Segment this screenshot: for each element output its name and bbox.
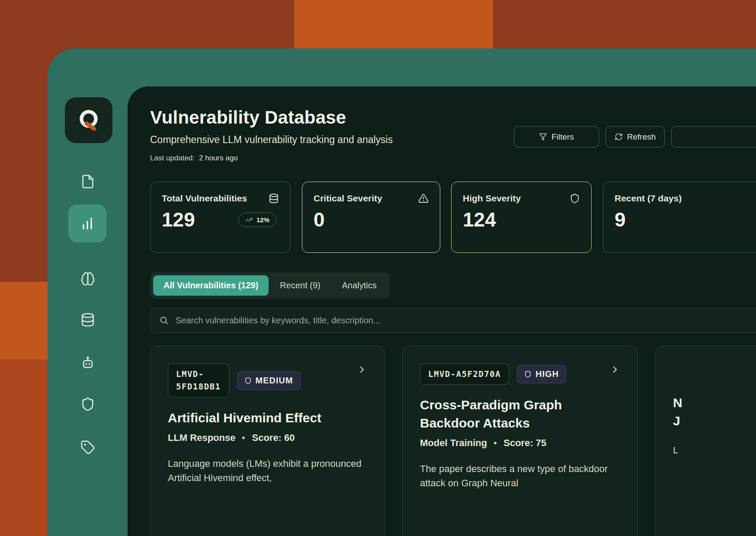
search-bar <box>150 308 756 333</box>
last-updated-label: Last updated: <box>150 154 195 163</box>
stat-card-high: High Severity 124 <box>451 182 592 253</box>
screenshot-root: Vulnerability Database Comprehensive LLM… <box>0 0 756 536</box>
bullet-dot <box>242 437 245 439</box>
sidebar-item-security[interactable] <box>80 397 95 412</box>
stat-value: 9 <box>615 208 626 231</box>
tag-icon <box>80 440 95 455</box>
app-window: Vulnerability Database Comprehensive LLM… <box>48 48 756 536</box>
vulnerability-score: Score: 75 <box>503 437 546 449</box>
bot-icon <box>80 356 95 370</box>
sidebar-item-tags[interactable] <box>80 440 95 455</box>
filters-button[interactable]: Filters <box>514 126 599 147</box>
severity-label: MEDIUM <box>256 376 293 386</box>
warning-icon <box>418 193 429 204</box>
search-input[interactable] <box>175 315 756 326</box>
stat-label: Total Vulnerabilities <box>162 193 247 204</box>
vulnerability-card[interactable]: LMVD- 5FD18DB1 MEDIUM Artificial Hivemin… <box>150 346 385 536</box>
severity-badge: HIGH <box>517 365 566 383</box>
last-updated-value: 2 hours ago <box>199 154 238 163</box>
stat-card-total: Total Vulnerabilities 129 12% <box>150 182 291 253</box>
shield-icon <box>524 370 532 378</box>
file-icon <box>80 174 95 189</box>
background-block <box>0 100 48 282</box>
brain-icon <box>80 271 95 286</box>
stat-card-recent: Recent (7 days) 9 <box>603 182 756 253</box>
stat-value: 129 <box>162 208 195 231</box>
app-logo <box>65 97 112 143</box>
vulnerability-card[interactable]: LMVD-A5F2D70A HIGH Cross-Paradigm Graph … <box>402 346 638 536</box>
bar-chart-icon <box>80 216 95 231</box>
sidebar-item-agents[interactable] <box>80 356 95 370</box>
sidebar-item-models[interactable] <box>80 271 95 286</box>
vulnerability-category: Model Training <box>420 437 487 449</box>
severity-label: HIGH <box>535 369 559 379</box>
vulnerability-card[interactable]: N J L <box>655 346 756 536</box>
vulnerability-meta: Model Training Score: 75 <box>420 437 620 449</box>
stat-label: High Severity <box>463 193 521 204</box>
background-block <box>493 0 756 48</box>
funnel-icon <box>539 133 547 141</box>
stat-value: 124 <box>463 208 496 231</box>
tab-all-vulnerabilities[interactable]: All Vulnerabilities (129) <box>153 275 269 296</box>
page-title: Vulnerability Database <box>150 107 346 128</box>
main-panel: Vulnerability Database Comprehensive LLM… <box>128 86 756 536</box>
vulnerability-id-badge: LMVD- 5FD18DB1 <box>168 364 229 398</box>
background-block <box>294 0 493 48</box>
chevron-right-icon[interactable] <box>610 364 620 375</box>
trend-badge: 12% <box>238 213 276 227</box>
shield-icon <box>244 377 252 384</box>
database-icon <box>80 313 95 327</box>
database-icon <box>269 193 279 204</box>
last-updated: Last updated: 2 hours ago <box>150 154 238 163</box>
vulnerability-description: Language models (LMs) exhibit a pronounc… <box>168 456 367 485</box>
stat-card-critical: Critical Severity 0 <box>302 182 440 253</box>
stat-label: Recent (7 days) <box>615 193 682 204</box>
tab-analytics[interactable]: Analytics <box>332 275 387 296</box>
extra-button-clipped[interactable] <box>671 126 756 147</box>
vulnerability-category: LLM Response <box>168 432 235 443</box>
refresh-icon <box>615 133 623 141</box>
severity-badge: MEDIUM <box>237 371 301 390</box>
bullet-dot <box>494 442 497 444</box>
sidebar-item-database[interactable] <box>80 313 95 327</box>
refresh-button-label: Refresh <box>627 132 656 142</box>
vulnerability-title: N J <box>673 394 756 430</box>
sidebar-item-documents[interactable] <box>80 174 95 189</box>
filters-button-label: Filters <box>551 132 574 142</box>
vulnerability-id-badge: LMVD-A5F2D70A <box>420 364 509 385</box>
vulnerability-description: The paper describes a new type of backdo… <box>420 462 620 490</box>
refresh-button[interactable]: Refresh <box>605 126 665 147</box>
vulnerability-score: Score: 60 <box>252 432 295 443</box>
shield-icon <box>80 397 95 412</box>
search-icon <box>159 316 169 325</box>
stat-label: Critical Severity <box>314 193 382 204</box>
q-logo-icon <box>75 107 103 134</box>
trending-up-icon <box>245 216 253 223</box>
tab-bar: All Vulnerabilities (129) Recent (9) Ana… <box>150 272 390 299</box>
stat-value: 0 <box>314 208 325 231</box>
chevron-right-icon[interactable] <box>357 364 367 375</box>
vulnerability-meta: LLM Response Score: 60 <box>168 432 367 443</box>
tab-recent[interactable]: Recent (9) <box>269 275 330 296</box>
vulnerability-title: Artificial Hivemind Effect <box>168 409 367 427</box>
vulnerability-description: L <box>673 443 756 457</box>
background-block <box>0 282 48 360</box>
vulnerability-title: Cross-Paradigm Graph Backdoor Attacks <box>420 396 620 432</box>
page-subtitle: Comprehensive LLM vulnerability tracking… <box>150 134 393 146</box>
shield-icon <box>570 193 580 204</box>
sidebar-item-analytics[interactable] <box>68 204 106 242</box>
trend-value: 12% <box>256 216 269 223</box>
